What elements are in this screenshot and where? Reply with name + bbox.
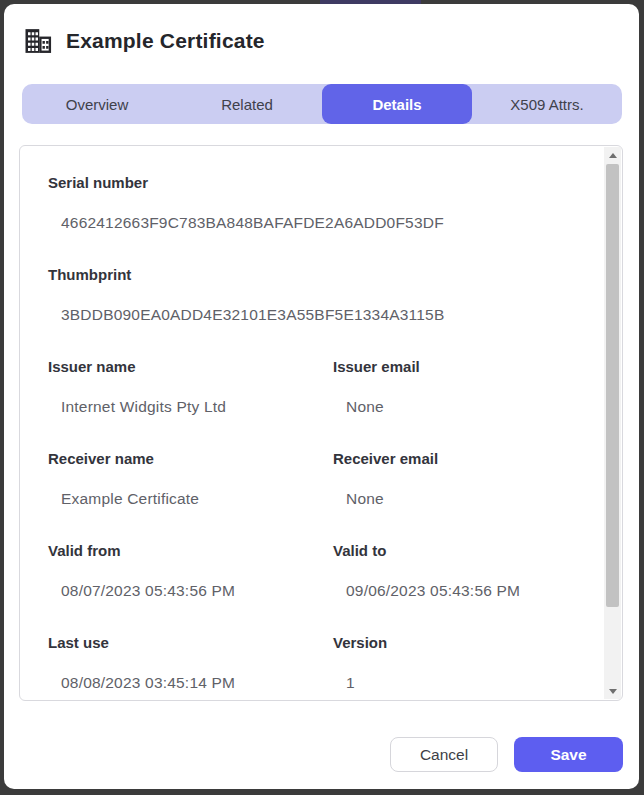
tab-x509-attrs[interactable]: X509 Attrs. [472,84,622,124]
thumbprint-label: Thumbprint [48,266,576,284]
issuer-email-label: Issuer email [333,358,576,376]
save-button[interactable]: Save [514,737,623,772]
receiver-email-value: None [346,490,576,508]
modal-header: Example Certificate [23,26,265,56]
field-row: Issuer name Internet Widgits Pty Ltd Iss… [48,358,576,416]
serial-number-value: 4662412663F9C783BA848BAFAFDE2A6ADD0F53DF [61,214,576,232]
scroll-down-button[interactable] [604,683,621,699]
tab-overview[interactable]: Overview [22,84,172,124]
field-row: Thumbprint 3BDDB090EA0ADD4E32101E3A55BF5… [48,266,576,324]
field-receiver-email: Receiver email None [333,450,576,508]
issuer-name-value: Internet Widgits Pty Ltd [61,398,333,416]
field-receiver-name: Receiver name Example Certificate [48,450,333,508]
field-valid-to: Valid to 09/06/2023 05:43:56 PM [333,542,576,600]
thumbprint-value: 3BDDB090EA0ADD4E32101E3A55BF5E1334A3115B [61,306,576,324]
tab-details[interactable]: Details [322,84,472,124]
field-row: Valid from 08/07/2023 05:43:56 PM Valid … [48,542,576,600]
modal-footer: Cancel Save [390,737,623,772]
details-panel: Serial number 4662412663F9C783BA848BAFAF… [19,145,623,701]
certificate-modal: Example Certificate Overview Related Det… [4,4,639,789]
field-last-use: Last use 08/08/2023 03:45:14 PM [48,634,333,692]
vertical-scrollbar[interactable] [604,147,621,699]
valid-to-label: Valid to [333,542,576,560]
scroll-down-icon [609,689,617,694]
field-issuer-email: Issuer email None [333,358,576,416]
building-icon [23,26,53,56]
tab-bar: Overview Related Details X509 Attrs. [22,84,622,124]
receiver-email-label: Receiver email [333,450,576,468]
modal-title: Example Certificate [66,29,265,53]
field-row: Last use 08/08/2023 03:45:14 PM Version … [48,634,576,692]
field-version: Version 1 [333,634,576,692]
field-row: Serial number 4662412663F9C783BA848BAFAF… [48,174,576,232]
issuer-name-label: Issuer name [48,358,333,376]
scrollbar-thumb[interactable] [606,164,619,607]
valid-to-value: 09/06/2023 05:43:56 PM [346,582,576,600]
version-value: 1 [346,674,576,692]
cancel-button[interactable]: Cancel [390,737,498,772]
field-serial-number: Serial number 4662412663F9C783BA848BAFAF… [48,174,576,232]
field-issuer-name: Issuer name Internet Widgits Pty Ltd [48,358,333,416]
scroll-up-button[interactable] [604,147,621,163]
receiver-name-value: Example Certificate [61,490,333,508]
valid-from-value: 08/07/2023 05:43:56 PM [61,582,333,600]
last-use-value: 08/08/2023 03:45:14 PM [61,674,333,692]
tab-related[interactable]: Related [172,84,322,124]
field-valid-from: Valid from 08/07/2023 05:43:56 PM [48,542,333,600]
valid-from-label: Valid from [48,542,333,560]
version-label: Version [333,634,576,652]
scroll-up-icon [609,153,617,158]
field-thumbprint: Thumbprint 3BDDB090EA0ADD4E32101E3A55BF5… [48,266,576,324]
screen: { "modal": { "title": "Example Certifica… [0,0,644,795]
field-row: Receiver name Example Certificate Receiv… [48,450,576,508]
serial-number-label: Serial number [48,174,576,192]
receiver-name-label: Receiver name [48,450,333,468]
issuer-email-value: None [346,398,576,416]
last-use-label: Last use [48,634,333,652]
